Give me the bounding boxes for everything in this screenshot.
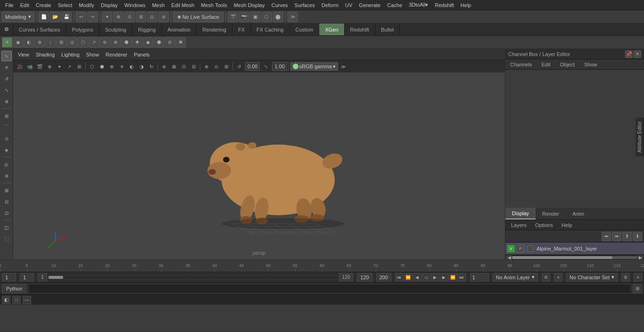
vp-lighting-menu[interactable]: Lighting (58, 51, 83, 58)
anim-go-start[interactable]: ⏮ (395, 273, 404, 282)
anim-next-frame[interactable]: ▶ (440, 273, 448, 282)
tab-animation[interactable]: Animation (162, 24, 197, 35)
render-seq-btn[interactable]: ▣ (250, 12, 261, 22)
select-tool[interactable]: ↖ (1, 51, 12, 61)
vp-renderer-menu[interactable]: Renderer (103, 51, 130, 58)
layers-menu-options[interactable]: Options (531, 221, 557, 229)
current-frame-input[interactable] (470, 273, 489, 282)
menu-modify[interactable]: Modify (75, 1, 97, 9)
scroll-right-arrow[interactable]: ▶ (637, 255, 643, 260)
cb-tab-show[interactable]: Show (579, 61, 602, 68)
vp-icon-arrow[interactable]: ↗ (65, 62, 74, 71)
xgen-icon16[interactable]: ⊘ (165, 37, 175, 48)
vp-icon-isolate[interactable]: ⊡ (179, 62, 189, 71)
scale-value[interactable]: 1.00 (272, 62, 287, 71)
current-frame-display[interactable]: 1 (20, 273, 34, 282)
menu-file[interactable]: File (2, 1, 17, 9)
snap-grid[interactable]: ⊞ (1, 111, 12, 121)
snap-view[interactable]: ◈ (1, 145, 12, 155)
timeline-area[interactable]: 0510152025303540455055606570758085909510… (0, 259, 644, 272)
menu-windows[interactable]: Windows (121, 1, 149, 9)
vp-show-menu[interactable]: Show (83, 51, 102, 58)
iso-tool[interactable]: ⊡ (1, 208, 12, 218)
tab-curves-surfaces[interactable]: Curves / Surfaces (13, 24, 66, 35)
vp-icon-shadow[interactable]: ◐ (127, 62, 136, 71)
vp-icon-light[interactable]: ☀ (117, 62, 126, 71)
layer-add-all-btn[interactable]: ⬅ (602, 232, 611, 241)
vp-icon-3d[interactable]: ⊠ (169, 62, 179, 71)
tab-fx-caching[interactable]: FX Caching (251, 24, 289, 35)
extra-btn[interactable]: ≫ (288, 12, 298, 22)
layer-up-btn[interactable]: ⬆ (622, 232, 632, 241)
no-anim-layer-dropdown[interactable]: No Anim Layer ▾ (493, 273, 538, 282)
xgen-icon11[interactable]: ⊗ (110, 37, 121, 48)
menu-mesh[interactable]: Mesh (149, 1, 168, 9)
menu-uv[interactable]: UV (342, 1, 355, 9)
xgen-icon12[interactable]: ⬢ (121, 37, 132, 48)
vp-icon-b[interactable]: ⊟ (189, 62, 198, 71)
tab-anim[interactable]: Anim (566, 208, 591, 219)
xgen-icon15[interactable]: ⬣ (154, 37, 164, 48)
playback-end-field[interactable]: 120 (357, 273, 372, 282)
cb-tab-channels[interactable]: Channels (505, 61, 537, 68)
select-tool-btn[interactable]: ✦ (102, 12, 112, 22)
redo-btn[interactable]: ↪ (87, 12, 98, 22)
tab-rendering[interactable]: Rendering (197, 24, 232, 35)
render-all-btn[interactable]: ⬡ (262, 12, 272, 22)
python-input-field[interactable] (28, 284, 631, 293)
anim-play[interactable]: ▶ (431, 273, 439, 282)
menu-deform[interactable]: Deform (318, 1, 342, 9)
cb-tab-object[interactable]: Object (555, 61, 579, 68)
layers-menu-layers[interactable]: Layers (507, 221, 530, 229)
anim-settings-btn[interactable]: ⚙ (542, 273, 550, 282)
snap-point[interactable]: ⊙ (1, 133, 12, 144)
vp-icon-aa[interactable]: ⊗ (107, 62, 116, 71)
tab-display[interactable]: Display (505, 208, 536, 219)
vp-icon-extra[interactable]: ≫ (339, 62, 348, 71)
history-tool[interactable]: ◫ (1, 222, 12, 233)
vp-icon-cam2[interactable]: 📹 (25, 62, 34, 71)
vp-icon-scale-btn[interactable]: ⤡ (261, 62, 271, 71)
display-toggle[interactable]: ⊠ (1, 185, 12, 195)
scroll-left-arrow[interactable]: ◀ (506, 255, 512, 260)
menu-mesh-display[interactable]: Mesh Display (231, 1, 268, 9)
tab-fx[interactable]: FX (232, 24, 251, 35)
menu-surfaces[interactable]: Surfaces (291, 1, 318, 9)
rotate-tool[interactable]: ↺ (1, 73, 12, 84)
menu-display[interactable]: Display (98, 1, 121, 9)
render-view-btn[interactable]: 🎬 (228, 12, 238, 22)
anim-prev-key[interactable]: ⏪ (404, 273, 413, 282)
vp-icon-grid[interactable]: ⊞ (74, 62, 84, 71)
layers-menu-help[interactable]: Help (558, 221, 576, 229)
vp-icon-trans[interactable]: ↺ (234, 62, 244, 71)
xgen-icon9[interactable]: ↗ (89, 37, 99, 48)
lasso-btn[interactable]: ⊕ (113, 12, 124, 22)
xgen-icon14[interactable]: ◆ (143, 37, 153, 48)
layer-down-btn[interactable]: ⬇ (633, 232, 642, 241)
color-mode-dropdown[interactable]: sRGB gamma ▾ (290, 62, 338, 71)
vp-icon-motion[interactable]: ↻ (147, 62, 156, 71)
vp-icon-cam[interactable]: 🎥 (15, 62, 25, 71)
menu-edit[interactable]: Edit (17, 1, 33, 9)
menu-generate[interactable]: Generate (355, 1, 384, 9)
transform-tool[interactable]: ⊕ (1, 96, 12, 106)
menu-help[interactable]: Help (457, 1, 475, 9)
move-tool[interactable]: ✛ (1, 62, 12, 73)
tab-custom[interactable]: Custom (290, 24, 320, 35)
render-btn[interactable]: 📷 (239, 12, 249, 22)
paint-select-btn[interactable]: ⊙ (124, 12, 135, 22)
node-tool[interactable]: ⬛ (1, 234, 12, 244)
menu-3dtoall[interactable]: 3DtoAll▾ (405, 1, 431, 9)
xgen-icon17[interactable]: ✖ (175, 37, 186, 48)
xgen-icon13[interactable]: ✚ (132, 37, 142, 48)
layer-v-toggle[interactable]: V (507, 245, 515, 252)
new-file-btn[interactable]: 📄 (39, 12, 49, 22)
vp-icon-x[interactable]: ✦ (55, 62, 64, 71)
xgen-icon7[interactable]: ◎ (67, 37, 77, 48)
tab-bar-settings[interactable]: ⚙ (0, 24, 13, 35)
layers-scrollbar[interactable]: ◀ ▶ (505, 255, 644, 259)
save-file-btn[interactable]: 💾 (61, 12, 72, 22)
menu-redshift[interactable]: Redshift (431, 1, 457, 9)
playback-thumb[interactable] (49, 276, 63, 279)
layer-remove-btn[interactable]: ➡ (612, 232, 621, 241)
